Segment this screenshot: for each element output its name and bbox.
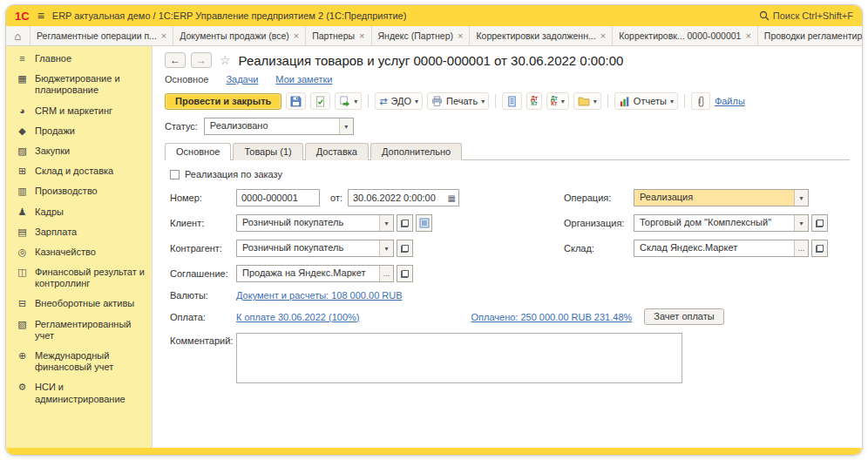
app-tab-debt-corrections[interactable]: Корректировки задолженн...× <box>470 26 613 45</box>
client-select[interactable]: Розничный покупатель ▾ <box>236 214 394 232</box>
dtkt-report-button[interactable]: ДтКт ▾ <box>546 92 569 110</box>
currency-link[interactable]: Документ и расчеты: 108 000.00 RUB <box>236 290 403 301</box>
chevron-down-icon[interactable]: ▾ <box>794 190 808 206</box>
close-icon[interactable]: × <box>745 30 750 41</box>
tab-goods[interactable]: Товары (1) <box>233 143 302 160</box>
order-checkbox[interactable] <box>170 170 180 179</box>
payment-terms-link[interactable]: К оплате 30.06.2022 (100%) <box>236 312 360 322</box>
close-icon[interactable]: × <box>294 30 299 41</box>
close-icon[interactable]: × <box>359 30 364 41</box>
forward-button[interactable]: → <box>191 52 212 68</box>
reports-button[interactable]: Отчеты ▾ <box>614 92 678 110</box>
warehouse-select[interactable]: Склад Яндекс.Маркет ... <box>634 240 809 257</box>
app-tab-partners[interactable]: Партнеры× <box>306 26 371 45</box>
warehouse-value: Склад Яндекс.Маркет <box>634 240 794 256</box>
agreement-value: Продажа на Яндекс.Маркет <box>237 266 379 281</box>
client-open-button[interactable] <box>397 214 413 232</box>
nav-tasks-link[interactable]: Задачи <box>226 74 258 85</box>
app-tab-yandex-partner[interactable]: Яндекс (Партнер)× <box>372 26 471 45</box>
sidebar-item-nsi-admin[interactable]: ⚙НСИ и администрирование <box>6 377 152 409</box>
post-and-close-button[interactable]: Провести и закрыть <box>165 93 281 110</box>
form-row-contractor: Контрагент: Розничный покупатель ▾ Склад… <box>170 240 844 257</box>
tab-main[interactable]: Основное <box>165 143 231 160</box>
hamburger-menu-icon[interactable]: ≡ <box>37 9 44 23</box>
status-value: Реализовано <box>205 118 339 134</box>
sidebar-item-finresult[interactable]: ◫Финансовый результат и контроллинг <box>6 262 152 294</box>
close-icon[interactable]: × <box>600 30 606 41</box>
bar-chart-icon <box>619 96 630 107</box>
client-dossier-button[interactable] <box>416 214 432 232</box>
hr-icon: ♟ <box>17 206 28 218</box>
chevron-down-icon[interactable]: ▾ <box>379 215 393 231</box>
save-button[interactable] <box>286 92 306 110</box>
document-register-icon <box>506 96 518 107</box>
open-icon <box>401 245 409 253</box>
comment-label: Комментарий: <box>170 333 236 346</box>
sidebar-item-production[interactable]: ▥Производство <box>6 181 152 201</box>
agreement-open-button[interactable] <box>397 265 413 282</box>
sidebar-item-sales[interactable]: ◆Продажи <box>6 121 152 141</box>
sidebar-item-regulated-accounting[interactable]: ▧Регламентированный учет <box>6 315 152 346</box>
sidebar-item-purchases[interactable]: ▨Закупки <box>6 141 152 161</box>
warehouse-open-button[interactable] <box>811 240 828 257</box>
status-select[interactable]: Реализовано ▾ <box>204 118 354 135</box>
tab-delivery[interactable]: Доставка <box>305 143 369 160</box>
ellipsis-icon[interactable]: ... <box>794 240 808 256</box>
app-tab-sales-documents[interactable]: Документы продажи (все)× <box>173 26 306 45</box>
sidebar-item-hr[interactable]: ♟Кадры <box>6 202 152 222</box>
organization-open-button[interactable] <box>811 214 828 232</box>
app-tab-regulated-ops[interactable]: Регламентные операции п...× <box>31 26 173 45</box>
favorite-star-icon[interactable]: ☆ <box>220 53 231 67</box>
organization-select[interactable]: Торговый дом "Комплексный" ▾ <box>634 214 809 232</box>
sidebar-item-fixed-assets[interactable]: ⊟Внеоборотные активы <box>6 294 152 314</box>
warehouse-icon: ⊞ <box>17 166 28 177</box>
contractor-open-button[interactable] <box>397 240 413 257</box>
back-button[interactable]: ← <box>165 52 186 68</box>
operation-select[interactable]: Реализация ▾ <box>634 189 809 206</box>
ellipsis-icon[interactable]: ... <box>379 266 393 281</box>
app-tab-regulated-postings[interactable]: Проводки регламентиров...× <box>758 26 862 45</box>
print-button[interactable]: Печать ▾ <box>427 92 489 110</box>
payment-offset-button[interactable]: Зачет оплаты <box>644 308 723 325</box>
sidebar-item-main[interactable]: ≡Главное <box>6 49 152 69</box>
number-field[interactable]: 0000-000001 <box>236 189 320 206</box>
chevron-down-icon[interactable]: ▾ <box>339 118 353 134</box>
sidebar-item-payroll[interactable]: ▤Зарплата <box>6 222 152 242</box>
sidebar-item-treasury[interactable]: ◎Казначейство <box>6 242 152 262</box>
comment-input[interactable] <box>236 333 682 383</box>
create-based-on-button[interactable]: ▾ <box>335 92 362 110</box>
attach-file-button[interactable] <box>691 92 710 110</box>
chevron-down-icon[interactable]: ▾ <box>379 240 393 256</box>
sidebar-item-ifrs[interactable]: ⊕Международный финансовый учет <box>6 346 152 377</box>
tab-additional[interactable]: Дополнительно <box>370 143 462 160</box>
agreement-select[interactable]: Продажа на Яндекс.Маркет ... <box>236 265 394 282</box>
nav-notes-link[interactable]: Мои заметки <box>275 74 332 85</box>
global-search[interactable]: Поиск Ctrl+Shift+F <box>759 10 853 21</box>
attached-folder-button[interactable]: ▾ <box>573 92 601 110</box>
files-link[interactable]: Файлы <box>715 96 745 106</box>
sidebar-item-budgeting[interactable]: ▦Бюджетирование и планирование <box>6 69 152 100</box>
contractor-select[interactable]: Розничный покупатель ▾ <box>236 240 394 257</box>
reports-label: Отчеты <box>634 96 667 106</box>
main-content: ← → ☆ Реализация товаров и услуг 0000-00… <box>152 46 862 448</box>
post-document-button[interactable] <box>310 92 330 110</box>
dtkt-postings-button[interactable]: ДтКт <box>526 92 542 110</box>
nav-main[interactable]: Основное <box>165 74 208 85</box>
sidebar-item-warehouse[interactable]: ⊞Склад и доставка <box>6 161 152 181</box>
calendar-icon[interactable]: ▦ <box>448 193 456 203</box>
finresult-icon: ◫ <box>17 267 28 278</box>
date-field[interactable]: 30.06.2022 0:00:00 ▦ <box>348 189 459 206</box>
edo-button[interactable]: ⇄ ЭДО ▾ <box>375 92 423 110</box>
close-icon[interactable]: × <box>161 30 166 41</box>
open-icon <box>401 220 409 227</box>
sales-icon: ◆ <box>17 125 28 137</box>
chevron-down-icon[interactable]: ▾ <box>794 215 808 231</box>
home-tab[interactable]: ⌂ <box>6 26 31 45</box>
close-icon[interactable]: × <box>458 30 463 41</box>
document-register-button[interactable] <box>502 92 522 110</box>
edo-icon: ⇄ <box>379 96 387 107</box>
window-title: ERP актуальная демо / 1С:ERP Управление … <box>52 10 407 21</box>
paid-amount-link[interactable]: Оплачено: 250 000.00 RUB 231.48% <box>471 312 633 322</box>
sidebar-item-crm[interactable]: ◕CRM и маркетинг <box>6 101 152 121</box>
app-tab-correction-doc[interactable]: Корректировк... 0000-000001× <box>613 26 758 45</box>
